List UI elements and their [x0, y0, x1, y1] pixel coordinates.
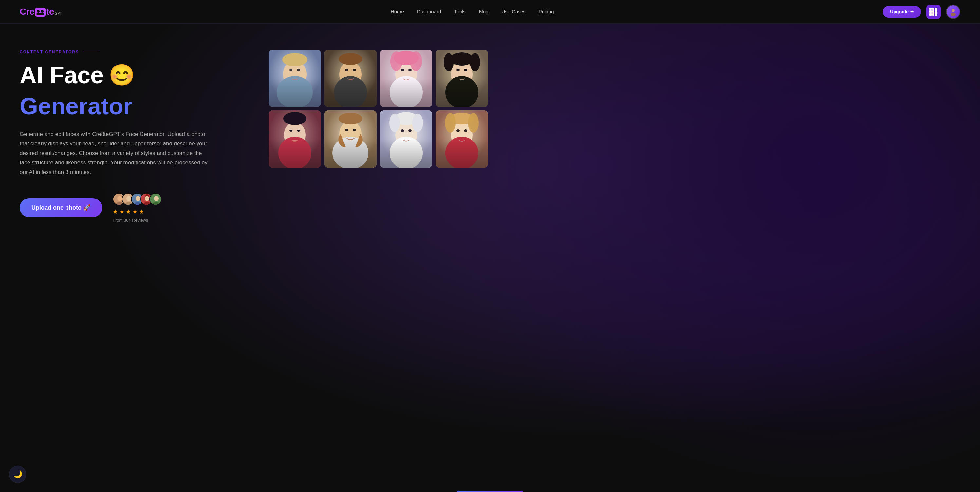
photo-card-1 [269, 50, 321, 107]
svg-rect-56 [324, 110, 377, 168]
avatar-icon [947, 5, 960, 18]
face-image-1 [269, 50, 321, 107]
photo-card-7 [380, 110, 432, 168]
photo-card-5 [269, 110, 321, 168]
grid-icon [929, 8, 937, 16]
hero-title-emoji: 😊 [109, 64, 135, 86]
svg-point-13 [135, 196, 140, 201]
logo-gpt-text: GPT [55, 11, 62, 15]
svg-point-24 [277, 76, 313, 107]
svg-point-51 [284, 122, 305, 148]
svg-point-17 [145, 196, 150, 201]
svg-rect-28 [324, 50, 377, 107]
svg-rect-34 [380, 50, 432, 107]
scroll-indicator [457, 491, 523, 492]
svg-point-27 [282, 53, 307, 66]
svg-point-66 [409, 129, 412, 132]
reviews-block: ★ ★ ★ ★ ★ From 304 Reviews [113, 193, 162, 223]
dark-mode-toggle[interactable]: 🌙 [9, 466, 26, 483]
face-image-2 [324, 50, 377, 107]
svg-rect-62 [380, 110, 432, 168]
nav-tools[interactable]: Tools [454, 9, 465, 14]
svg-point-77 [468, 113, 479, 133]
svg-point-74 [464, 129, 468, 132]
upgrade-button[interactable]: Upgrade ✦ [883, 6, 921, 18]
svg-point-44 [445, 76, 478, 107]
content-tag-text: CONTENT GENERATORS [20, 50, 79, 54]
photo-card-6 [324, 110, 377, 168]
nav-links: Home Dashboard Tools Blog Use Cases Pric… [391, 9, 554, 15]
svg-point-35 [395, 61, 417, 88]
svg-point-73 [456, 129, 460, 132]
svg-rect-0 [35, 8, 46, 17]
svg-point-61 [339, 113, 362, 124]
svg-point-32 [353, 69, 356, 72]
svg-point-67 [395, 112, 418, 125]
svg-point-41 [410, 51, 422, 71]
svg-rect-3 [37, 13, 44, 15]
svg-point-68 [390, 114, 400, 132]
svg-point-63 [395, 122, 417, 148]
svg-rect-42 [436, 50, 488, 107]
svg-point-26 [297, 69, 301, 72]
navbar: Cre teGPT Home Dashboard Tools Blog Use … [0, 0, 980, 24]
logo[interactable]: Cre teGPT [20, 6, 62, 17]
svg-point-54 [297, 130, 301, 132]
hero-title-part2: Generator [20, 93, 132, 119]
nav-dashboard[interactable]: Dashboard [417, 9, 441, 14]
svg-point-52 [278, 137, 311, 168]
svg-point-69 [412, 114, 423, 132]
photo-card-4 [436, 50, 488, 107]
nav-use-cases[interactable]: Use Cases [501, 9, 525, 14]
face-image-7 [380, 110, 432, 168]
svg-point-65 [401, 129, 404, 132]
cta-row: Upload one photo 🚀 [20, 193, 249, 223]
svg-point-53 [289, 130, 293, 132]
svg-point-49 [470, 53, 480, 72]
svg-point-46 [464, 69, 468, 72]
main-content: CONTENT GENERATORS AI Face 😊 Generator G… [0, 24, 980, 492]
svg-point-37 [401, 69, 404, 72]
upload-photo-button[interactable]: Upload one photo 🚀 [20, 198, 102, 217]
nav-blog[interactable]: Blog [479, 9, 488, 14]
svg-point-20 [154, 196, 159, 201]
svg-point-33 [339, 53, 362, 65]
svg-rect-22 [269, 50, 321, 107]
svg-point-1 [37, 10, 40, 13]
svg-rect-50 [269, 110, 321, 168]
svg-point-59 [345, 129, 348, 131]
hero-title: AI Face 😊 Generator [20, 62, 249, 119]
svg-point-57 [339, 121, 362, 147]
review-count-text: From 304 Reviews [113, 218, 162, 223]
svg-point-39 [394, 51, 418, 65]
svg-point-30 [334, 76, 367, 107]
svg-point-29 [339, 61, 362, 88]
svg-point-2 [41, 10, 44, 13]
svg-point-48 [444, 53, 453, 72]
user-avatar-button[interactable] [946, 5, 960, 19]
content-tag: CONTENT GENERATORS [20, 50, 249, 54]
svg-point-25 [289, 69, 293, 72]
photo-card-3 [380, 50, 432, 107]
svg-point-4 [951, 9, 955, 12]
star-rating: ★ ★ ★ ★ ★ [113, 208, 162, 215]
photo-card-8 [436, 110, 488, 168]
face-image-6 [324, 110, 377, 168]
nav-home[interactable]: Home [391, 9, 404, 14]
svg-point-47 [450, 53, 473, 65]
face-image-3 [380, 50, 432, 107]
nav-pricing[interactable]: Pricing [539, 9, 554, 14]
svg-rect-70 [436, 110, 488, 168]
logo-text: Cre teGPT [20, 6, 62, 17]
svg-point-45 [456, 69, 460, 72]
svg-point-58 [332, 137, 369, 168]
svg-point-75 [450, 113, 474, 124]
apps-grid-button[interactable] [926, 5, 941, 19]
face-image-5 [269, 110, 321, 168]
hero-left: CONTENT GENERATORS AI Face 😊 Generator G… [20, 50, 249, 223]
hero-description: Generate and edit faces with Cre8teGPT's… [20, 130, 210, 177]
svg-point-72 [445, 137, 478, 168]
svg-point-5 [951, 13, 956, 16]
nav-right: Upgrade ✦ [883, 5, 960, 19]
logo-icon [35, 8, 46, 17]
